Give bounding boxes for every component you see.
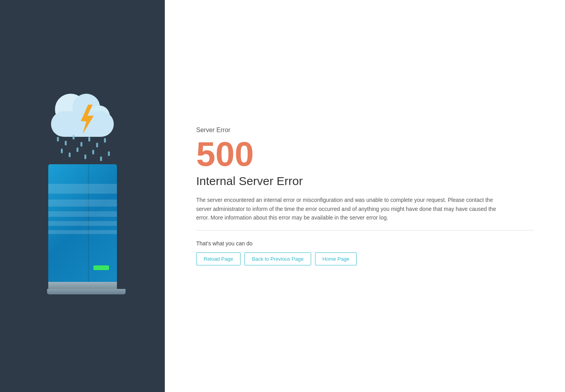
action-label: That's what you can do <box>196 240 534 247</box>
server-stripe <box>48 221 117 226</box>
server-base <box>48 282 117 289</box>
action-buttons: Reload Page Back to Previous Page Home P… <box>196 252 534 265</box>
raindrop <box>73 135 75 140</box>
server-stripe <box>48 200 117 207</box>
back-to-previous-page-button[interactable]: Back to Previous Page <box>244 252 311 265</box>
raindrop <box>84 154 86 159</box>
raindrop <box>92 150 94 154</box>
server-stripe <box>48 211 117 217</box>
error-description: The server encountered an internal error… <box>196 196 502 222</box>
error-label: Server Error <box>196 127 534 134</box>
server-stripe <box>48 230 117 234</box>
raindrop <box>57 137 59 142</box>
left-panel <box>0 0 165 392</box>
server-tower <box>47 164 118 294</box>
raindrop <box>65 141 67 145</box>
server-foot <box>47 289 126 294</box>
server-status-light <box>93 265 109 270</box>
error-code: 500 <box>196 137 534 171</box>
server-illustration <box>47 98 118 294</box>
raindrop <box>108 151 110 156</box>
reload-page-button[interactable]: Reload Page <box>196 252 241 265</box>
raindrop <box>61 149 63 153</box>
home-page-button[interactable]: Home Page <box>315 252 357 265</box>
svg-marker-0 <box>81 105 94 134</box>
raindrop <box>104 138 106 143</box>
server-stripe <box>48 184 117 194</box>
rain-container <box>47 135 118 162</box>
raindrop <box>88 137 90 142</box>
cloud <box>47 98 118 137</box>
raindrop <box>69 152 71 157</box>
raindrop <box>96 143 98 147</box>
server-body <box>48 164 117 282</box>
right-panel: Server Error 500 Internal Server Error T… <box>165 0 565 392</box>
error-title: Internal Server Error <box>196 174 534 188</box>
raindrop <box>80 142 82 147</box>
divider <box>196 230 534 230</box>
raindrop <box>77 147 78 152</box>
raindrop <box>100 156 102 161</box>
